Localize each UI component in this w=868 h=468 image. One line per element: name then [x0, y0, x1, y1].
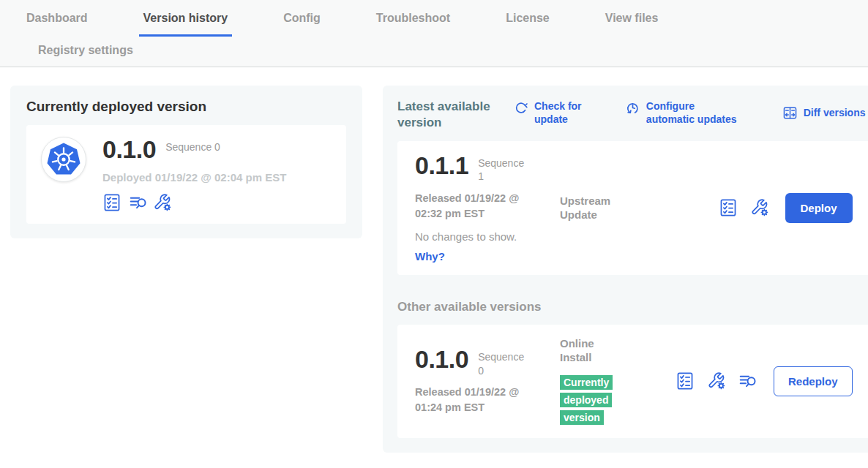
other-version-card: 0.1.0 Sequence 0 Released 01/19/22 @ 01:…	[397, 325, 868, 438]
nav-tabs-row-1: Dashboard Version history Config Trouble…	[0, 0, 868, 37]
refresh-icon	[513, 100, 528, 116]
other-source-label: Online Install	[560, 336, 614, 365]
other-released-timestamp: Released 01/19/22 @ 01:24 pm EST	[415, 385, 541, 415]
other-sequence-label: Sequence 0	[478, 350, 526, 377]
config-wrench-icon[interactable]	[750, 198, 769, 217]
currently-deployed-panel: Currently deployed version 0.1.0 Sequenc…	[10, 86, 362, 238]
deployed-sequence-label: Sequence 0	[165, 140, 220, 154]
main-content: Currently deployed version 0.1.0 Sequenc…	[0, 67, 868, 453]
tab-view-files[interactable]: View files	[601, 12, 663, 37]
top-navbar: Dashboard Version history Config Trouble…	[0, 0, 868, 67]
checklist-icon[interactable]	[719, 198, 738, 217]
configure-automatic-updates-label: Configure automatic updates	[646, 100, 743, 126]
deployed-timestamp: Deployed 01/19/22 @ 02:04 pm EST	[102, 171, 286, 184]
redeploy-button[interactable]: Redeploy	[774, 366, 853, 396]
currently-deployed-badge-wrap: Currently deployed version	[560, 374, 629, 426]
tab-config[interactable]: Config	[279, 12, 325, 37]
clock-refresh-icon	[625, 100, 640, 116]
latest-source-column: Upstream Update	[560, 194, 676, 222]
diff-versions-link[interactable]: Diff versions	[782, 100, 866, 126]
latest-released-timestamp: Released 01/19/22 @ 02:32 pm EST	[415, 191, 541, 222]
latest-available-panel: Latest available version Check for updat…	[383, 86, 868, 453]
checklist-icon[interactable]	[676, 371, 695, 390]
currently-deployed-title: Currently deployed version	[26, 99, 346, 115]
other-available-versions-title: Other available versions	[397, 300, 868, 314]
latest-version-card: 0.1.1 Sequence 1 Released 01/19/22 @ 02:…	[397, 141, 868, 274]
deployed-version-details: 0.1.0 Sequence 0 Deployed 01/19/22 @ 02:…	[102, 137, 286, 212]
diff-versions-label: Diff versions	[804, 107, 866, 120]
check-for-update-link[interactable]: Check for update	[513, 100, 585, 126]
release-notes-search-icon[interactable]	[129, 193, 148, 212]
config-wrench-icon[interactable]	[153, 193, 172, 212]
app-logo	[41, 137, 86, 182]
why-link[interactable]: Why?	[415, 250, 445, 263]
deploy-button[interactable]: Deploy	[785, 193, 853, 223]
other-source-column: Online Install Currently deployed versio…	[560, 336, 676, 426]
tab-dashboard[interactable]: Dashboard	[22, 12, 92, 37]
nav-tabs-row-2: Registry settings	[0, 37, 868, 67]
other-version-number: 0.1.0	[415, 347, 468, 371]
checklist-icon[interactable]	[102, 193, 121, 212]
deployed-version-actions	[102, 193, 286, 212]
diff-icon	[782, 105, 798, 121]
latest-version-number: 0.1.1	[415, 153, 468, 178]
tab-version-history[interactable]: Version history	[139, 12, 233, 37]
configure-automatic-updates-link[interactable]: Configure automatic updates	[625, 100, 743, 126]
currently-deployed-badge: Currently deployed version	[560, 375, 613, 425]
config-wrench-icon[interactable]	[707, 371, 726, 390]
latest-available-title: Latest available version	[397, 99, 509, 131]
kubernetes-logo-icon	[45, 141, 82, 178]
release-notes-search-icon[interactable]	[738, 371, 757, 390]
deployed-version-number: 0.1.0	[102, 137, 156, 162]
other-version-actions: Redeploy	[676, 366, 853, 396]
tab-license[interactable]: License	[501, 12, 554, 37]
latest-version-actions: Deploy	[719, 193, 853, 223]
latest-available-header: Latest available version Check for updat…	[397, 99, 868, 131]
latest-version-info: 0.1.1 Sequence 1 Released 01/19/22 @ 02:…	[415, 153, 560, 263]
deployed-version-card: 0.1.0 Sequence 0 Deployed 01/19/22 @ 02:…	[26, 125, 346, 224]
check-for-update-label: Check for update	[534, 100, 585, 126]
tab-troubleshoot[interactable]: Troubleshoot	[372, 12, 454, 37]
latest-available-actions: Check for update Configure automatic upd…	[509, 99, 868, 126]
other-version-info: 0.1.0 Sequence 0 Released 01/19/22 @ 01:…	[415, 347, 560, 415]
tab-registry-settings[interactable]: Registry settings	[34, 44, 138, 57]
latest-sequence-label: Sequence 1	[478, 156, 526, 183]
latest-source-label: Upstream Update	[560, 194, 614, 222]
no-changes-text: No changes to show.	[415, 230, 560, 243]
